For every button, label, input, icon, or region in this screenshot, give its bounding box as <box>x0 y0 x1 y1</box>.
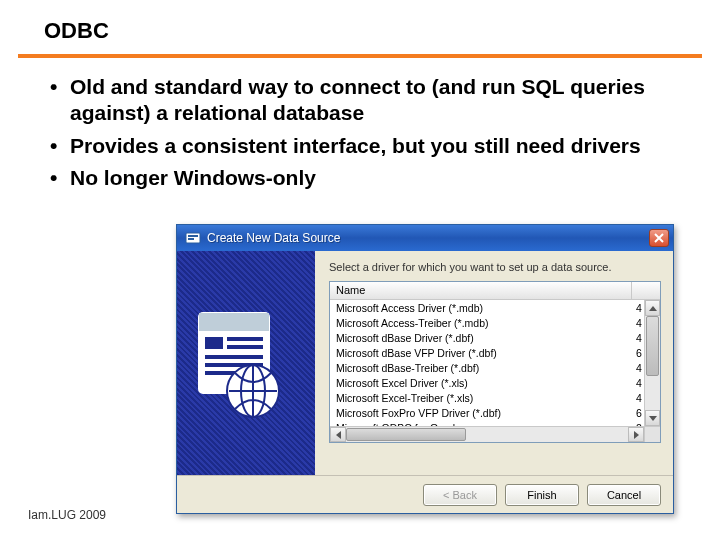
cancel-button[interactable]: Cancel <box>587 484 661 506</box>
scroll-left-icon[interactable] <box>330 427 346 442</box>
scroll-track[interactable] <box>346 427 628 442</box>
create-data-source-dialog: Create New Data Source Select a <box>176 224 674 514</box>
list-item[interactable]: Microsoft dBase-Treiber (*.dbf)4 <box>330 360 660 375</box>
bullet-item: Provides a consistent interface, but you… <box>70 133 676 159</box>
bullet-item: No longer Windows-only <box>70 165 676 191</box>
bullet-list: Old and standard way to connect to (and … <box>0 58 720 191</box>
svg-rect-7 <box>227 345 263 349</box>
wizard-graphic-pane <box>177 251 315 475</box>
scroll-thumb[interactable] <box>346 428 466 441</box>
finish-button[interactable]: Finish <box>505 484 579 506</box>
scroll-down-icon[interactable] <box>645 410 660 426</box>
list-item[interactable]: Microsoft Excel-Treiber (*.xls)4 <box>330 390 660 405</box>
svg-rect-5 <box>205 337 223 349</box>
list-item[interactable]: Microsoft Access Driver (*.mdb)4 <box>330 300 660 315</box>
dialog-title: Create New Data Source <box>207 231 649 245</box>
instruction-text: Select a driver for which you want to se… <box>329 261 661 273</box>
list-item[interactable]: Microsoft Excel Driver (*.xls)4 <box>330 375 660 390</box>
bullet-item: Old and standard way to connect to (and … <box>70 74 676 127</box>
list-item[interactable]: Microsoft dBase VFP Driver (*.dbf)6 <box>330 345 660 360</box>
svg-rect-1 <box>188 235 198 237</box>
list-rows: Microsoft Access Driver (*.mdb)4 Microso… <box>330 300 660 428</box>
svg-rect-4 <box>199 313 269 331</box>
svg-rect-6 <box>227 337 263 341</box>
app-icon <box>185 230 201 246</box>
list-header[interactable]: Name <box>330 282 660 300</box>
svg-rect-2 <box>188 238 194 240</box>
column-name[interactable]: Name <box>330 282 632 299</box>
titlebar[interactable]: Create New Data Source <box>177 225 673 251</box>
slide-title: ODBC <box>0 0 720 52</box>
svg-rect-8 <box>205 355 263 359</box>
list-item[interactable]: Microsoft dBase Driver (*.dbf)4 <box>330 330 660 345</box>
scroll-corner <box>644 426 660 442</box>
horizontal-scrollbar[interactable] <box>330 426 644 442</box>
close-button[interactable] <box>649 229 669 247</box>
driver-list[interactable]: Name Microsoft Access Driver (*.mdb)4 Mi… <box>329 281 661 443</box>
scroll-up-icon[interactable] <box>645 300 660 316</box>
dialog-footer: < Back Finish Cancel <box>177 475 673 513</box>
vertical-scrollbar[interactable] <box>644 300 660 426</box>
list-item[interactable]: Microsoft FoxPro VFP Driver (*.dbf)6 <box>330 405 660 420</box>
back-button[interactable]: < Back <box>423 484 497 506</box>
list-item[interactable]: Microsoft Access-Treiber (*.mdb)4 <box>330 315 660 330</box>
wizard-graphic-icon <box>191 303 301 423</box>
column-value[interactable] <box>632 282 660 299</box>
slide-footer: Iam.LUG 2009 <box>28 508 106 522</box>
scroll-track[interactable] <box>645 316 660 410</box>
scroll-thumb[interactable] <box>646 316 659 376</box>
scroll-right-icon[interactable] <box>628 427 644 442</box>
